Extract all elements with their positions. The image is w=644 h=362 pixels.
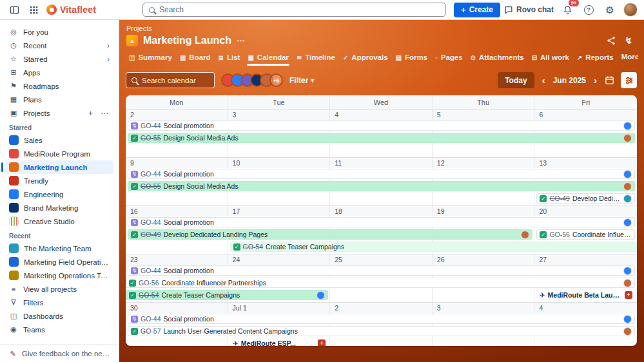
section-label: Recent xyxy=(5,228,113,242)
calendar-event[interactable]: ✓GO-49Develop Dedicated Landing Pages xyxy=(536,193,635,204)
calendar-event[interactable]: ✓GO-54Create Teaser Campaigns xyxy=(126,290,328,300)
event-title: Design Social Media Ads xyxy=(164,182,239,190)
list-icon: ≣ xyxy=(219,54,224,61)
calendar-event[interactable]: ✓GO-57Launch User-Generated Content Camp… xyxy=(128,326,635,336)
view-all-projects[interactable]: ≡ View all projects xyxy=(5,282,113,296)
sidebar-item-apps[interactable]: ⊞Apps xyxy=(5,66,113,79)
tab-attachments[interactable]: ⊙Attachments xyxy=(467,51,528,66)
create-button[interactable]: + Create xyxy=(454,3,500,17)
event-key: GO-54 xyxy=(139,291,159,299)
day-cell[interactable]: 2 xyxy=(330,303,433,346)
calendar-event[interactable]: ↯GO-44Social promotion xyxy=(128,314,635,324)
rovo-chat-label: Rovo chat xyxy=(516,5,554,14)
sidebar-item-filters[interactable]: ∇Filters xyxy=(5,296,113,309)
calendar-event[interactable]: ✈MediRoute Beta Launch+ xyxy=(536,290,635,300)
pages-icon: ▫ xyxy=(435,54,438,61)
help-button[interactable]: ? xyxy=(581,2,596,17)
sidebar-item-label: For you xyxy=(23,28,48,36)
tab-summary[interactable]: ◫Summary xyxy=(125,51,176,66)
global-search-input[interactable] xyxy=(159,5,440,14)
projects-more-button[interactable]: ⋯ xyxy=(99,109,110,118)
filter-button[interactable]: Filter ▾ xyxy=(289,76,314,85)
calendar-event[interactable]: ↯GO-44Social promotion xyxy=(128,265,635,276)
breadcrumb[interactable]: Projects xyxy=(124,24,154,33)
app-switcher-button[interactable] xyxy=(26,2,41,17)
global-search[interactable] xyxy=(142,3,446,17)
all-work-icon: ⊟ xyxy=(532,54,537,61)
day-cell[interactable]: 3 xyxy=(433,303,535,346)
calendar-event[interactable]: ↯GO-44Social promotion xyxy=(128,217,635,227)
calendar-event[interactable]: ↯GO-44Social promotion xyxy=(128,120,635,131)
calendar-search-input[interactable] xyxy=(142,77,206,84)
tab-all-work[interactable]: ⊟All work xyxy=(528,51,573,66)
sidebar-toggle-button[interactable] xyxy=(6,2,22,17)
calendar-event[interactable]: ✓GO-55Design Social Media Ads xyxy=(128,181,635,191)
tab-list[interactable]: ≣List xyxy=(215,51,244,66)
sidebar-projects: StarredSalesMediRoute ProgramMarketing L… xyxy=(5,120,113,282)
calendar-event[interactable]: ✓GO-55Design Social Media Ads xyxy=(128,133,635,143)
avatar-overflow[interactable]: +6 xyxy=(269,73,283,87)
epic-icon: ↯ xyxy=(131,171,138,178)
calendar-event[interactable]: ↯GO-44Social promotion xyxy=(128,169,635,179)
date-label: 25 xyxy=(335,256,432,263)
sidebar-project-marketing-launch[interactable]: Marketing Launch xyxy=(5,160,113,174)
prev-month-button[interactable]: ‹ xyxy=(541,75,547,86)
day-header: Tue xyxy=(228,95,331,109)
sidebar-project-creative-studio[interactable]: Creative Studio xyxy=(5,214,113,228)
rovo-chat-button[interactable]: Rovo chat xyxy=(504,5,554,14)
calendar-view-button[interactable] xyxy=(605,75,614,85)
calendar-event[interactable]: ✓GO-54Create Teaser Campaigns xyxy=(230,242,637,252)
project-icon xyxy=(9,203,19,213)
release-icon: ✈ xyxy=(233,340,239,347)
view-settings-button[interactable] xyxy=(621,72,637,88)
tab-more[interactable]: More4▾ xyxy=(618,50,638,66)
sidebar-item-plans[interactable]: ▦Plans xyxy=(5,93,113,106)
epic-icon: ↯ xyxy=(131,267,138,274)
notifications-button[interactable]: 9+ xyxy=(560,2,575,17)
sidebar-project-the-marketing-team[interactable]: The Marketing Team xyxy=(5,242,113,255)
tab-calendar[interactable]: ▦Calendar xyxy=(244,51,293,66)
page-title: Marketing Launch xyxy=(143,35,231,46)
today-button[interactable]: Today xyxy=(498,72,534,88)
calendar-day-headers: MonTueWedThuFri xyxy=(126,95,637,110)
project-name: Marketing Operations Team xyxy=(24,272,110,280)
day-cell[interactable]: 30 xyxy=(126,303,228,346)
sidebar-item-teams[interactable]: ◉Teams xyxy=(5,323,113,336)
sidebar-project-brand-marketing[interactable]: Brand Marketing xyxy=(5,201,113,214)
day-cell[interactable]: 4 xyxy=(534,303,637,346)
calendar-event[interactable]: ✓GO-49Develop Dedicated Landing Pages xyxy=(128,229,532,240)
calendar-event[interactable]: ✓GO-56Coordinate Influencer Partnerships xyxy=(126,278,635,288)
calendar-search[interactable] xyxy=(126,72,215,88)
sidebar-project-mediroute-program[interactable]: MediRoute Program xyxy=(5,147,113,160)
sidebar-item-dashboards[interactable]: ◫Dashboards xyxy=(5,309,113,323)
tab-approvals[interactable]: ✓Approvals xyxy=(339,51,392,66)
tab-reports[interactable]: ↗Reports xyxy=(573,51,618,66)
sidebar-item-projects[interactable]: ▣ Projects + ⋯ xyxy=(5,106,113,120)
calendar-event[interactable]: ✈MediRoute ESP...+ xyxy=(230,338,329,346)
sidebar-item-for-you[interactable]: ◎For you xyxy=(5,25,113,39)
sidebar-item-starred[interactable]: ☆Starred› xyxy=(5,52,113,66)
sidebar-item-roadmaps[interactable]: ⚑Roadmaps xyxy=(5,79,113,93)
settings-button[interactable]: ⚙ xyxy=(602,2,618,17)
tab-forms[interactable]: ▤Forms xyxy=(392,51,432,66)
automation-button[interactable]: ↯ xyxy=(625,35,632,46)
feedback-button[interactable]: ✎ Give feedback on the new ... xyxy=(0,345,119,362)
vitafleet-logo[interactable]: Vitafleet xyxy=(46,5,96,15)
tab-pages[interactable]: ▫Pages xyxy=(431,51,466,66)
profile-avatar[interactable] xyxy=(623,3,638,17)
tab-board[interactable]: ▥Board xyxy=(176,51,215,66)
share-button[interactable] xyxy=(607,36,616,45)
sidebar-project-engineering[interactable]: Engineering xyxy=(5,187,113,201)
tab-timeline[interactable]: ≋Timeline xyxy=(293,51,339,66)
sidebar-project-trendly[interactable]: Trendly xyxy=(5,174,113,187)
sidebar-project-marketing-operations-team[interactable]: Marketing Operations Team xyxy=(5,269,113,282)
sidebar-item-recent[interactable]: ◷Recent› xyxy=(5,39,113,52)
project-icon xyxy=(9,243,19,253)
next-month-button[interactable]: › xyxy=(592,75,598,86)
sidebar-project-marketing-field-operations[interactable]: Marketing Field Operations xyxy=(5,255,113,269)
add-project-button[interactable]: + xyxy=(87,109,94,118)
calendar-event[interactable]: ✓GO-56Coordinate Influencer Partnerships xyxy=(536,229,635,240)
title-more-button[interactable]: ⋯ xyxy=(237,36,244,45)
sidebar-project-sales[interactable]: Sales xyxy=(5,133,113,147)
calendar-week: 1617181920↯GO-44Social promotion✓GO-49De… xyxy=(126,206,637,254)
